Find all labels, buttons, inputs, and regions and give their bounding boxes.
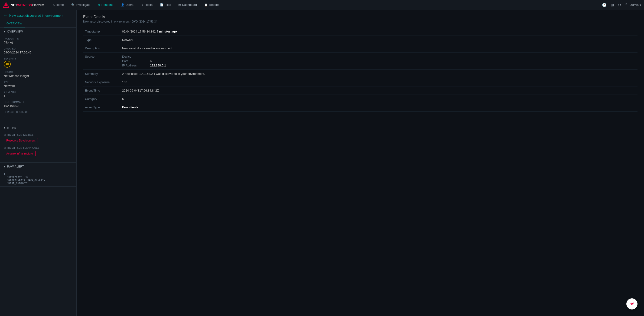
nav-files[interactable]: 📄 Files <box>157 0 174 10</box>
nav-investigate[interactable]: 🔍 Investigate <box>68 0 94 10</box>
tools-icon[interactable]: ✂ <box>617 2 622 8</box>
mitre-section-header[interactable]: ▾ MITRE <box>0 124 76 132</box>
field-source: SOURCE NetWitness Insight <box>4 71 73 78</box>
timestamp-relative: 4 minutes ago <box>156 30 177 33</box>
host-summary-label: HOST SUMMARY <box>4 101 73 103</box>
source-label: Source <box>83 53 120 70</box>
main-content: Event Details New asset discovered in en… <box>76 10 644 316</box>
overview-section-label: OVERVIEW <box>7 30 23 33</box>
overview-chevron-icon: ▾ <box>4 30 5 33</box>
users-icon: 👤 <box>121 3 124 7</box>
investigate-icon: 🔍 <box>71 3 75 7</box>
asset-type-label: Asset Type <box>83 103 120 112</box>
mitre-tactics-label: MITRE ATT&CK TACTICS <box>4 134 73 136</box>
table-row-network-exposure: Network Exposure 100 <box>83 78 638 86</box>
table-row-category: Category 6 <box>83 95 638 103</box>
field-incident-id: INCIDENT ID (None) <box>4 38 73 44</box>
table-row-summary: Summary A new asset 192.168.0.1 was disc… <box>83 70 638 78</box>
field-mitre-techniques: MITRE ATT&CK TECHNIQUES Acquire Infrastr… <box>4 147 73 156</box>
field-host-summary: HOST SUMMARY 192.168.0.1 <box>4 101 73 108</box>
type-label: Type <box>83 36 120 44</box>
nav-dashboard-label: Dashboard <box>182 3 197 7</box>
source-label: SOURCE <box>4 71 73 73</box>
mitre-techniques-label: MITRE ATT&CK TECHNIQUES <box>4 147 73 149</box>
sidebar-tabs: OVERVIEW <box>0 20 76 28</box>
back-arrow-icon: ← <box>4 14 8 18</box>
section-raw-alert: ▾ RAW ALERT { "severity": 40, "alertType… <box>0 163 76 187</box>
admin-button[interactable]: admin ▾ <box>630 3 641 7</box>
svg-point-1 <box>5 4 7 6</box>
mitre-fields: MITRE ATT&CK TACTICS Resource Developmen… <box>0 132 76 162</box>
field-mitre-tactics: MITRE ATT&CK TACTICS Resource Developmen… <box>4 134 73 143</box>
timestamp-text: 09/04/2024 17:56:34.842 <box>122 30 156 33</box>
timestamp-value: 09/04/2024 17:56:34.842 4 minutes ago <box>120 28 638 36</box>
admin-chevron-icon: ▾ <box>640 3 641 7</box>
back-button[interactable]: ← New asset discovered in environment <box>0 10 76 20</box>
nav-files-label: Files <box>164 3 171 7</box>
field-persisted-status: PERSISTED STATUS - <box>4 111 73 118</box>
type-value: Network <box>4 84 73 88</box>
raw-alert-text: { "severity": 40, "alertType": "NEW_ASSE… <box>4 172 73 184</box>
field-events: # EVENTS 1 <box>4 91 73 98</box>
mitre-tactics-tag[interactable]: Resource Development <box>4 138 38 143</box>
reports-icon: 📋 <box>204 3 208 7</box>
source-value: NetWitness Insight <box>4 74 73 78</box>
category-value: 6 <box>120 95 638 103</box>
mitre-techniques-tag[interactable]: Acquire Infrastructure <box>4 151 36 156</box>
field-severity: SEVERITY 40 <box>4 57 73 68</box>
nav-respond[interactable]: ↺ Respond <box>95 0 117 10</box>
home-icon: ⌂ <box>53 3 54 7</box>
table-row-asset-type: Asset Type Few clients <box>83 103 638 112</box>
fab-icon: ✳ <box>630 301 634 307</box>
network-exposure-value: 100 <box>120 78 638 86</box>
type-label: TYPE <box>4 81 73 83</box>
event-details-table: Timestamp 09/04/2024 17:56:34.842 4 minu… <box>83 28 638 112</box>
nav-hosts[interactable]: 🖥 Hosts <box>138 0 156 10</box>
dashboard-icon: ▦ <box>178 3 181 7</box>
nav-hosts-label: Hosts <box>145 3 152 7</box>
sidebar: ← New asset discovered in environment OV… <box>0 10 76 316</box>
nav-respond-label: Respond <box>102 3 114 7</box>
clock-icon[interactable]: 🕐 <box>601 2 608 8</box>
created-label: CREATED <box>4 47 73 50</box>
fab-button[interactable]: ✳ <box>626 298 638 309</box>
help-icon[interactable]: ? <box>624 2 628 8</box>
table-row-timestamp: Timestamp 09/04/2024 17:56:34.842 4 minu… <box>83 28 638 36</box>
nav-users-label: Users <box>126 3 134 7</box>
nav-users[interactable]: 👤 Users <box>118 0 137 10</box>
raw-alert-content: { "severity": 40, "alertType": "NEW_ASSE… <box>0 171 76 186</box>
event-time-value: 2024-09-04T17:56:34.842Z <box>120 86 638 95</box>
type-value: Network <box>120 36 638 44</box>
nav-reports[interactable]: 📋 Reports <box>201 0 223 10</box>
overview-section-header[interactable]: ▾ OVERVIEW <box>0 28 76 36</box>
device-value <box>150 55 636 58</box>
host-summary-value: 192.168.0.1 <box>4 104 73 108</box>
persisted-status-label: PERSISTED STATUS <box>4 111 73 113</box>
nav-dashboard[interactable]: ▦ Dashboard <box>175 0 200 10</box>
summary-value: A new asset 192.168.0.1 was discovered i… <box>120 70 638 78</box>
logo: NETWITNESS Platform <box>3 2 44 8</box>
tab-overview[interactable]: OVERVIEW <box>4 20 25 28</box>
event-subtitle: New asset discovered in environment · 09… <box>83 20 638 23</box>
nav-home[interactable]: ⌂ Home <box>50 0 67 10</box>
persisted-status-value: - <box>4 114 73 118</box>
overview-fields: INCIDENT ID (None) CREATED 09/04/2024 17… <box>0 36 76 124</box>
events-value: 1 <box>4 94 73 98</box>
created-value: 09/04/2024 17:56:46 <box>4 51 73 54</box>
back-label: New asset discovered in environment <box>9 14 64 18</box>
event-details-title: Event Details <box>83 15 638 19</box>
description-value: New asset discovered in environment <box>120 44 638 53</box>
asset-type-value: Few clients <box>120 103 638 112</box>
timestamp-label: Timestamp <box>83 28 120 36</box>
grid-icon[interactable]: ⊞ <box>610 2 615 8</box>
category-label: Category <box>83 95 120 103</box>
logo-net: NET <box>11 3 17 7</box>
nav-reports-label: Reports <box>209 3 220 7</box>
incident-id-label: INCIDENT ID <box>4 38 73 40</box>
description-label: Description <box>83 44 120 53</box>
field-created: CREATED 09/04/2024 17:56:46 <box>4 47 73 54</box>
table-row-source: Source Device Port 6 IP Address 192.168.… <box>83 53 638 70</box>
hosts-icon: 🖥 <box>141 3 144 7</box>
section-overview: ▾ OVERVIEW INCIDENT ID (None) CREATED 09… <box>0 28 76 124</box>
raw-alert-section-header[interactable]: ▾ RAW ALERT <box>0 163 76 171</box>
